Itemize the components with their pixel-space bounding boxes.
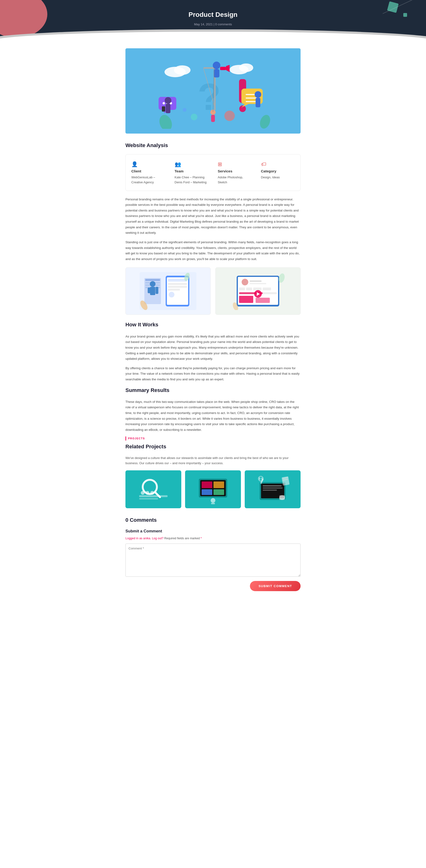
team-value: Kate Chee – Planning Denis Ford – Market… [175,175,208,185]
svg-point-82 [150,491,154,495]
svg-rect-65 [253,287,262,290]
svg-text:?: ? [198,75,221,118]
section2-title: How It Works [125,320,301,329]
login-link[interactable]: Logged in as anika. [125,537,151,540]
svg-rect-61 [250,280,262,282]
svg-rect-40 [145,279,160,281]
svg-point-90 [210,498,216,503]
svg-rect-69 [239,296,253,303]
project-card-2[interactable] [185,470,241,508]
svg-rect-105 [259,477,260,480]
svg-rect-49 [168,289,180,290]
svg-rect-70 [256,298,270,303]
team-icon: 👥 [175,160,208,168]
page-title: Product Design [5,9,421,20]
svg-point-35 [183,108,187,112]
info-team: 👥 Team Kate Chee – Planning Denis Ford –… [175,160,208,185]
section2-para1: As your brand grows and you gain more vi… [125,334,301,362]
hero-illustration: ? [125,48,301,133]
svg-rect-91 [211,503,215,504]
svg-rect-97 [263,490,277,491]
submit-comment-title: Submit a Comment [125,528,301,534]
login-info: Logged in as anika. Log out? Required fi… [125,536,301,541]
svg-rect-89 [214,489,224,495]
info-category: 🏷 Category Design, Ideas [261,160,295,185]
page-meta: May 14, 2021 | 0 comments [5,22,421,27]
svg-rect-64 [246,287,252,290]
svg-rect-54 [156,287,158,294]
svg-rect-66 [263,287,271,290]
svg-rect-62 [250,283,266,284]
comments-count: 0 Comments [125,516,301,524]
svg-point-31 [255,91,261,98]
comment-textarea[interactable] [125,544,301,577]
section1-title: Website Analysis [125,141,301,150]
svg-point-4 [239,63,253,72]
svg-rect-47 [168,283,187,285]
svg-rect-87 [214,482,224,488]
svg-rect-79 [139,498,158,499]
svg-rect-99 [279,495,285,500]
svg-point-51 [150,281,156,287]
info-services: ⊞ Services Adobe Photoshop, Sketch [218,160,252,185]
section2-para2: By offering clients a chance to see what… [125,366,301,382]
submit-area: SUBMIT COMMENT [125,581,301,591]
svg-rect-63 [239,287,245,290]
category-icon: 🏷 [261,160,295,168]
services-icon: ⊞ [218,160,252,168]
services-label: Services [218,168,252,174]
client-value: WebGeniusLab – Creative Agency [131,175,165,185]
hero-image: ? [125,48,301,133]
svg-point-25 [165,97,171,104]
svg-point-50 [169,292,174,298]
project-card-3[interactable] [245,470,301,508]
section1-para2: Standing out is just one of the signific… [125,240,301,262]
svg-point-80 [141,491,144,495]
logout-link[interactable]: Log out? [152,537,164,540]
submit-comment-button[interactable]: SUBMIT COMMENT [250,581,301,591]
svg-rect-32 [256,98,260,107]
inline-image-2 [216,268,301,315]
svg-rect-96 [263,487,283,489]
client-label: Client [131,168,165,174]
section3-para1: These days, much of this two-way communi… [125,399,301,433]
client-icon: 👤 [131,160,165,168]
section1-para1: Personal branding remains one of the bes… [125,196,301,236]
svg-point-81 [145,491,149,495]
project-card-1[interactable] [125,470,181,508]
svg-rect-106 [261,477,263,480]
category-label: Category [261,168,295,174]
info-card: 👤 Client WebGeniusLab – Creative Agency … [125,154,301,191]
svg-rect-88 [202,489,212,495]
svg-point-34 [191,114,197,120]
svg-rect-22 [214,69,219,78]
svg-rect-52 [150,287,155,295]
project-cards-container [125,470,301,508]
section3-title: Summary Results [125,386,301,394]
main-content: ? [121,41,305,606]
required-mark: * [201,537,202,540]
projects-eyebrow: PROJECTS [125,436,301,441]
svg-rect-26 [166,104,170,113]
svg-rect-48 [168,286,187,288]
svg-rect-29 [211,115,215,122]
page-header: Product Design May 14, 2021 | 0 comments [0,0,426,41]
svg-rect-46 [168,279,187,282]
svg-rect-78 [139,495,168,497]
required-text: Required fields are marked [164,537,201,540]
svg-point-14 [163,102,165,104]
svg-rect-53 [148,287,151,293]
svg-point-60 [242,279,248,285]
svg-rect-75 [134,474,172,505]
inline-images [125,268,301,315]
inline-image-1 [125,268,210,315]
svg-point-21 [213,62,220,69]
services-value: Adobe Photoshop, Sketch [218,175,252,185]
projects-desc: We've designed a culture that allows our… [125,456,301,466]
svg-rect-27 [162,106,165,112]
team-label: Team [175,168,208,174]
svg-rect-23 [220,67,226,70]
svg-rect-86 [202,482,212,488]
svg-point-33 [224,111,235,121]
info-client: 👤 Client WebGeniusLab – Creative Agency [131,160,165,185]
